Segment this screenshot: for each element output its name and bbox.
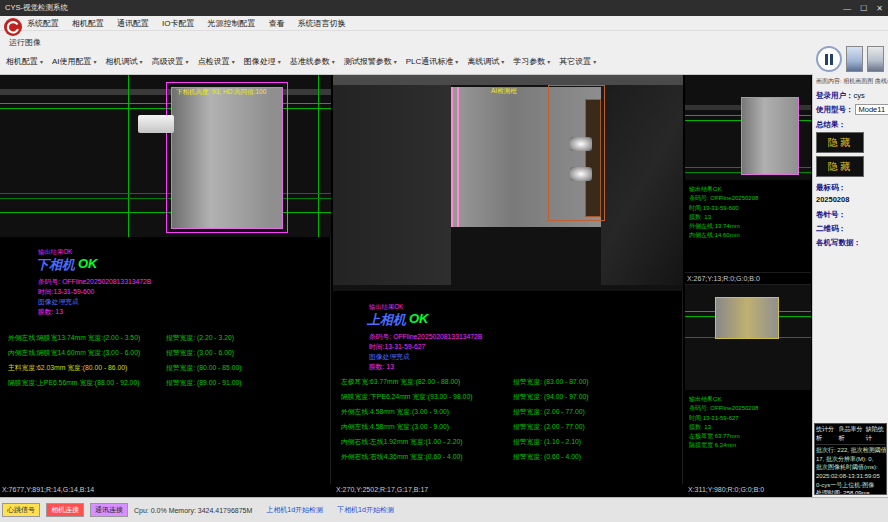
heartbeat-indicator: 心跳信号: [2, 503, 40, 517]
menu-item-system-config[interactable]: 系统配置: [27, 18, 59, 29]
product-region: [171, 87, 283, 229]
toolbar-item-label: AI使用配置: [52, 56, 92, 67]
toolbar-item-image-process[interactable]: 图像处理▾: [244, 56, 281, 67]
camera-preview-button-1[interactable]: [846, 46, 863, 72]
pause-button[interactable]: [816, 46, 842, 72]
stats-tab[interactable]: 统计分析: [816, 425, 835, 443]
menu-item-language[interactable]: 系统语言切换: [297, 18, 345, 29]
camera-view-upper[interactable]: AI检测框 输出结果OK 上相机 OK 条码号: OFFline20250208…: [333, 75, 683, 484]
dropdown-arrow-icon: ▾: [394, 58, 397, 65]
tab-highlight-region: [570, 167, 592, 181]
coordinate-readout-small-1: X:267;Y:13;R:0;G:0;B:0: [685, 272, 811, 285]
menu-item-camera-config[interactable]: 相机配置: [72, 18, 104, 29]
menu-item-comm-config[interactable]: 通讯配置: [117, 18, 149, 29]
dropdown-arrow-icon: ▾: [547, 58, 550, 65]
tab-highlight-region: [570, 137, 592, 151]
ai-detection-inner-box: [585, 99, 601, 217]
toolbar-item-label: 其它设置: [559, 56, 591, 67]
coordinate-readout-upper: X:270,Y:2502;R:17,G:17,B:17: [336, 486, 428, 493]
small-camera-view-1[interactable]: 输出结果OK 条码号: OFFline20250208 时间:13-31-59-…: [685, 75, 811, 272]
menu-item-view[interactable]: 查看: [268, 18, 284, 29]
overlay-text-line: 条码号: OFFline20250208: [689, 194, 758, 203]
overlay-text-line: 时间:13-31-59-627: [689, 414, 758, 423]
toolbar-item-other[interactable]: 其它设置▾: [559, 56, 596, 67]
tab-run-image[interactable]: 运行图像: [9, 37, 41, 48]
toolbar-item-advanced[interactable]: 高级设置▾: [152, 56, 189, 67]
count-line: 膜数: 13: [38, 307, 63, 317]
window-title: CYS-视觉检测系统: [5, 3, 68, 13]
dropdown-arrow-icon: ▾: [40, 58, 43, 65]
overlay-text-line: 输出结果OK: [689, 395, 758, 404]
menu-item-light-config[interactable]: 光源控制配置: [207, 18, 255, 29]
alarm-range-text: 报警宽度: (83.00 - 87.00): [513, 377, 589, 387]
menubar: 系统配置 相机配置 通讯配置 IO卡配置 光源控制配置 查看 系统语言切换: [0, 16, 888, 31]
count-line: 膜数: 13: [369, 362, 394, 372]
small-camera-image-2: [685, 285, 811, 390]
ai-box-label: AI检测框: [491, 87, 517, 96]
alarm-range-text: 报警宽度: (2.00 - 77.00): [513, 407, 585, 417]
camera-link-indicator: 相机连接: [46, 503, 84, 517]
maximize-button[interactable]: ☐: [860, 4, 867, 13]
toolbar-item-camera-debug[interactable]: 相机调试▾: [106, 56, 143, 67]
toolbar-item-label: 点检设置: [198, 56, 230, 67]
minimize-button[interactable]: —: [843, 4, 851, 13]
cpu-memory-status: Cpu: 0.0% Memory: 3424.41796875M: [134, 507, 252, 514]
measurement-text: 左极耳宽:63.77mm 宽度:(82.00 - 88.00): [341, 377, 513, 387]
thumbnail-column: 输出结果OK 条码号: OFFline20250208 时间:13-31-59-…: [685, 75, 811, 484]
tab-strip: 运行图像: [0, 31, 888, 49]
measurement-text: 内侧左线:隔膜宽14.60mm 宽度:(3.00 - 6.00): [8, 348, 166, 358]
measurement-row: 外侧左线:4.58mm 宽度:(3.00 - 9.00) 报警宽度: (2.00…: [341, 407, 585, 417]
side-panel: 画面内容: 相机画面图 曲线画面图 登录用户：cys 使用型号：Mode11 总…: [812, 75, 888, 497]
camera-image-lower: 下相机高度: 93; HD:高同值:100: [0, 75, 331, 237]
stats-tab[interactable]: 良品率分析: [838, 425, 862, 443]
panel-header: 画面内容: 相机画面图 曲线画面图: [816, 77, 888, 86]
stats-line: 2025:02:08-13:31:59:05: [816, 472, 885, 481]
camera-title-ok: OK: [78, 256, 98, 274]
measurement-row: 内侧右线:左线1.92mm 宽度:(1.00 - 2.20) 报警宽度: (1.…: [341, 437, 581, 447]
toolbar-item-label: PLC通讯标准: [406, 56, 454, 67]
measurement-row: 内侧左线:4.58mm 宽度:(3.00 - 9.00) 报警宽度: (2.00…: [341, 422, 585, 432]
stats-line: 批次图像耗时阈值(ms):: [816, 463, 885, 472]
toolbar-item-learn-params[interactable]: 学习参数▾: [513, 56, 550, 67]
machine-frame-right: [601, 85, 683, 285]
toolbar-item-plc[interactable]: PLC通讯标准▾: [406, 56, 459, 67]
model-label: 使用型号：: [816, 105, 854, 114]
toolbar-item-offline-debug[interactable]: 离线调试▾: [467, 56, 504, 67]
stats-tab[interactable]: 缺陷统计: [866, 425, 885, 443]
alarm-range-text: 报警宽度: (89.00 - 91.00): [166, 378, 242, 388]
overlay-text-line: 膜数: 13: [689, 423, 758, 432]
toolbar-item-camera-config[interactable]: 相机配置▾: [6, 56, 43, 67]
toolbar-item-alarm-params[interactable]: 测试报警参数▾: [344, 56, 397, 67]
overlay-text-line: 输出结果OK: [689, 185, 758, 194]
result-display-1[interactable]: 隐藏: [816, 132, 864, 153]
measurement-row: 主料宽度:62.03mm 宽度:(80.00 - 86.00) 报警宽度: (8…: [8, 363, 242, 373]
toolbar-item-ai-config[interactable]: AI使用配置▾: [52, 56, 97, 67]
small-camera-view-2[interactable]: 输出结果OK 条码号: OFFline20250208 时间:13-31-59-…: [685, 285, 811, 484]
measurement-text: 内侧左线:4.58mm 宽度:(3.00 - 9.00): [341, 422, 513, 432]
result-display-2[interactable]: 隐藏: [816, 156, 864, 177]
alarm-range-text: 报警宽度: (3.00 - 6.00): [166, 348, 234, 358]
toolbar-item-baseline-params[interactable]: 基准线参数▾: [290, 56, 335, 67]
toolbar-item-spot-check[interactable]: 点检设置▾: [198, 56, 235, 67]
camera-title: 下相机 OK: [36, 256, 98, 274]
measurement-text: 主料宽度:62.03mm 宽度:(80.00 - 86.00): [8, 363, 166, 373]
edge-marker-line: [451, 87, 453, 227]
overlay-text-block: 输出结果OK 条码号: OFFline20250208 时间:13-31-59-…: [689, 185, 758, 241]
toolbar-item-label: 学习参数: [513, 56, 545, 67]
height-label: 下相机高度: 93; HD:高同值:100: [176, 88, 266, 97]
barcode-line: 条码号: OFFline2025020813313472B: [38, 277, 151, 287]
model-value-field[interactable]: Mode11: [855, 104, 888, 115]
needle-label: 卷针号：: [816, 210, 846, 220]
overlay-text-line: 条码号: OFFline20250208: [689, 404, 758, 413]
alarm-range-text: 报警宽度: (2.00 - 77.00): [513, 422, 585, 432]
camera-view-lower[interactable]: 下相机高度: 93; HD:高同值:100 输出结果OK 下相机 OK 条码号:…: [0, 75, 331, 484]
barcode-label: 最标码：: [816, 183, 846, 193]
camera-preview-button-2[interactable]: [867, 46, 884, 72]
close-button[interactable]: ✕: [876, 4, 883, 13]
menu-item-io-config[interactable]: IO卡配置: [162, 18, 194, 29]
machine-frame-left: [333, 85, 451, 285]
product-region: [741, 97, 799, 175]
coordinate-readout-small-2: X:311;Y:980;R:0;G:0;B:0: [688, 486, 764, 493]
qr-label: 二维码：: [816, 224, 846, 234]
statistics-lines: 批次行: 222, 批次检测阈值: 17, 批次分辨率(M): 0, 批次图像耗…: [816, 446, 885, 495]
